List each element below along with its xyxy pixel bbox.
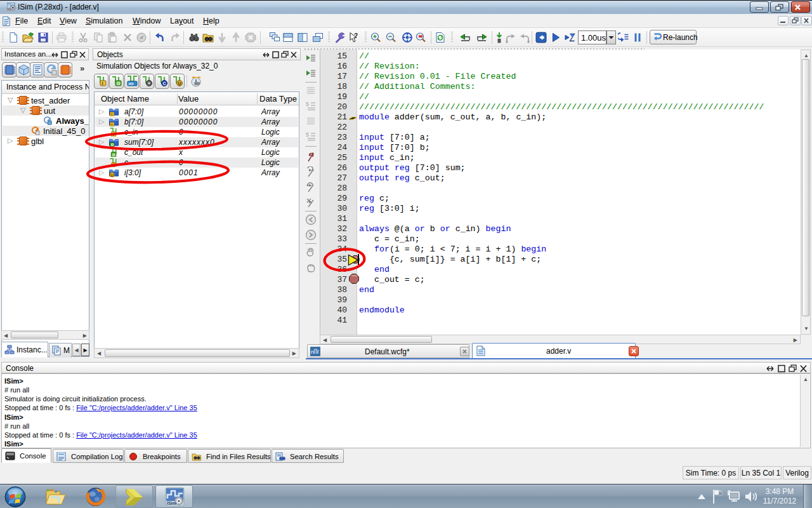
svg-text:ISim: ISim [167, 501, 176, 505]
svg-text:U: U [178, 81, 181, 86]
svg-text:C: C [163, 81, 166, 86]
svg-text:5: 5 [306, 101, 309, 107]
svg-text:U: U [110, 173, 113, 177]
svg-text:U: U [112, 163, 115, 167]
svg-text:O: O [112, 153, 115, 157]
svg-text:I: I [102, 81, 103, 86]
svg-text:O: O [111, 143, 114, 147]
svg-text:I/O: I/O [129, 82, 134, 86]
svg-text:?: ? [354, 32, 358, 39]
svg-text:O: O [117, 81, 121, 86]
svg-text:I: I [113, 133, 114, 137]
svg-text:5: 5 [306, 131, 309, 138]
